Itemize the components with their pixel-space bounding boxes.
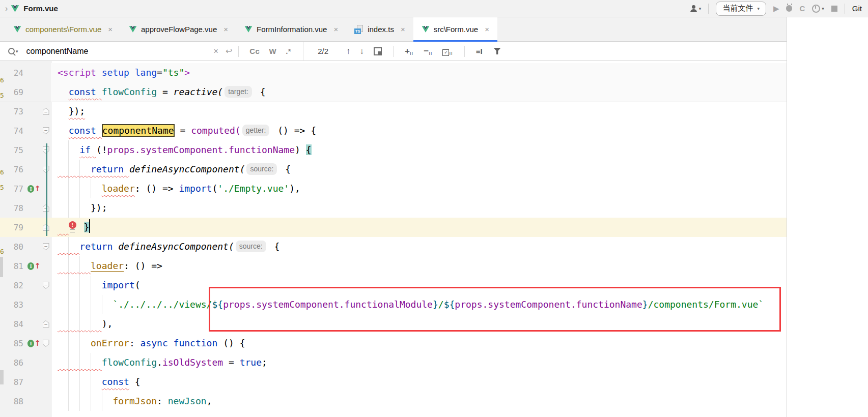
search-toggles: CcW.* bbox=[245, 47, 296, 55]
chevron-down-icon: ▾ bbox=[16, 49, 18, 54]
fold-marker-icon[interactable]: – bbox=[43, 127, 49, 134]
error-bulb-icon[interactable] bbox=[69, 223, 77, 231]
fold-marker-icon[interactable]: – bbox=[43, 320, 49, 327]
fold-marker-icon[interactable]: – bbox=[43, 146, 49, 154]
divider bbox=[303, 42, 303, 61]
vue-icon bbox=[13, 25, 21, 33]
implementation-gutter-icon[interactable]: I↑ bbox=[23, 185, 41, 193]
breadcrumb-chevron-icon: › bbox=[5, 4, 8, 13]
tab-close-icon[interactable]: × bbox=[223, 25, 228, 34]
run-button[interactable]: ▶ bbox=[773, 4, 779, 13]
fold-marker-icon[interactable]: – bbox=[43, 340, 49, 347]
code-text: import( bbox=[51, 276, 787, 295]
code-line[interactable]: 83 `./../../../views/${props.systemCompo… bbox=[0, 295, 787, 314]
whole-words-toggle[interactable]: W bbox=[269, 47, 276, 55]
code-text: `./../../../views/${props.systemComponen… bbox=[51, 295, 787, 314]
code-line[interactable]: 78– }); bbox=[0, 198, 787, 218]
next-match-button[interactable]: ↓ bbox=[360, 46, 365, 56]
profiler-button[interactable]: ▾ bbox=[812, 5, 824, 13]
code-line[interactable]: 24<script setup lang="ts"> bbox=[0, 63, 787, 82]
code-editor[interactable]: 24<script setup lang="ts">69 const flowC… bbox=[0, 61, 787, 417]
line-number: 74 bbox=[0, 126, 23, 136]
tab-close-icon[interactable]: × bbox=[485, 25, 489, 34]
add-occurrence-button[interactable]: +II bbox=[405, 46, 413, 56]
regex-toggle[interactable]: .* bbox=[286, 47, 291, 55]
brace-scope-indicator bbox=[46, 143, 47, 236]
fold-marker-icon[interactable]: – bbox=[43, 166, 49, 173]
code-line[interactable]: 76– return defineAsyncComponent(source: … bbox=[0, 160, 787, 179]
code-line[interactable]: 79– } bbox=[0, 218, 787, 237]
search-icon bbox=[8, 48, 15, 54]
fold-marker-icon[interactable]: – bbox=[43, 224, 49, 231]
code-line[interactable]: 84– ), bbox=[0, 314, 787, 334]
code-line[interactable]: 81I↑ loader: () => bbox=[0, 256, 787, 276]
code-text: return defineAsyncComponent(source: { bbox=[51, 237, 787, 256]
remove-occurrence-button[interactable]: −II bbox=[424, 46, 432, 56]
git-menu[interactable]: Git bbox=[852, 4, 862, 13]
search-options-button[interactable]: ▾ bbox=[8, 48, 18, 54]
stop-button[interactable] bbox=[831, 6, 837, 12]
match-case-toggle[interactable]: Cc bbox=[249, 47, 260, 55]
editor-tab[interactable]: TSindex.ts× bbox=[346, 17, 413, 41]
multiline-toggle[interactable]: ≡I bbox=[476, 47, 483, 55]
code-line[interactable]: 87 const { bbox=[0, 372, 787, 392]
line-number: 85 bbox=[0, 339, 23, 348]
code-line[interactable]: 75– if (!props.systemComponent.functionN… bbox=[0, 140, 787, 160]
fold-marker-icon[interactable]: – bbox=[43, 108, 49, 115]
editor-tab[interactable]: components\Form.vue× bbox=[5, 17, 121, 41]
filter-icon[interactable] bbox=[494, 48, 501, 54]
code-text: const flowConfig = reactive(target: { bbox=[51, 82, 787, 102]
implementation-gutter-icon[interactable]: I↑ bbox=[23, 340, 41, 347]
line-number: 84 bbox=[0, 319, 23, 329]
fold-marker-icon[interactable]: – bbox=[43, 282, 49, 289]
select-all-occurrences-button[interactable]: ✓II bbox=[442, 47, 453, 56]
debug-button[interactable] bbox=[786, 5, 792, 12]
typescript-icon: TS bbox=[354, 25, 363, 34]
left-edge-sliver bbox=[0, 370, 4, 384]
line-number: 86 bbox=[0, 358, 23, 368]
inlay-hint: source: bbox=[246, 163, 277, 175]
tab-close-icon[interactable]: × bbox=[401, 25, 405, 34]
editor-tab[interactable]: FormInformation.vue× bbox=[236, 17, 346, 41]
code-line[interactable]: 82– import( bbox=[0, 276, 787, 295]
editor-tab[interactable]: src\Form.vue× bbox=[413, 17, 497, 41]
tab-close-icon[interactable]: × bbox=[108, 25, 113, 34]
tab-label: approveFlowPage.vue bbox=[141, 25, 217, 34]
run-config-select[interactable]: 当前文件 ▾ bbox=[716, 2, 766, 16]
code-text: onError: async function () { bbox=[51, 334, 787, 353]
code-text: flowConfig.isOldSystem = true; bbox=[51, 353, 787, 372]
chevron-down-icon: ▾ bbox=[822, 6, 824, 11]
vue-logo-icon bbox=[11, 5, 19, 13]
code-text: }); bbox=[51, 102, 787, 121]
code-line[interactable]: 86 flowConfig.isOldSystem = true; bbox=[0, 353, 787, 372]
code-line[interactable]: 69 const flowConfig = reactive(target: { bbox=[0, 82, 787, 102]
coverage-button[interactable]: C bbox=[799, 4, 805, 13]
code-line[interactable]: 80– return defineAsyncComponent(source: … bbox=[0, 237, 787, 256]
line-number: 88 bbox=[0, 397, 23, 406]
vue-icon bbox=[129, 25, 137, 33]
open-in-find-window-icon[interactable] bbox=[374, 47, 382, 55]
user-menu-button[interactable]: ▾ bbox=[690, 5, 702, 12]
code-text: if (!props.systemComponent.functionName)… bbox=[51, 140, 787, 160]
clock-icon bbox=[812, 5, 820, 13]
line-number: 81 bbox=[0, 261, 23, 271]
divider bbox=[708, 4, 709, 14]
tab-strip: components\Form.vue×approveFlowPage.vue×… bbox=[0, 17, 787, 42]
code-line[interactable]: 77I↑ loader: () => import('./Empty.vue')… bbox=[0, 179, 787, 198]
code-line[interactable]: 74– const componentName = computed(gette… bbox=[0, 121, 787, 140]
clear-search-icon[interactable]: × bbox=[214, 47, 218, 56]
search-match-highlight: componentName bbox=[102, 124, 175, 137]
fold-marker-icon[interactable]: – bbox=[43, 243, 49, 250]
code-line[interactable]: 88 formJson: newJson, bbox=[0, 392, 787, 411]
editor-tab[interactable]: approveFlowPage.vue× bbox=[121, 17, 236, 41]
code-line[interactable]: 73– }); bbox=[0, 102, 787, 121]
divider bbox=[464, 46, 465, 57]
implementation-gutter-icon[interactable]: I↑ bbox=[23, 262, 41, 270]
tab-close-icon[interactable]: × bbox=[333, 25, 338, 34]
newline-icon[interactable]: ↩ bbox=[226, 46, 232, 56]
search-input[interactable]: componentName bbox=[26, 47, 214, 56]
previous-match-button[interactable]: ↑ bbox=[346, 46, 351, 56]
fold-marker-icon[interactable]: – bbox=[43, 204, 49, 212]
code-line[interactable]: 85I↑– onError: async function () { bbox=[0, 334, 787, 353]
cropped-text-fragment: 6. bbox=[0, 76, 5, 84]
